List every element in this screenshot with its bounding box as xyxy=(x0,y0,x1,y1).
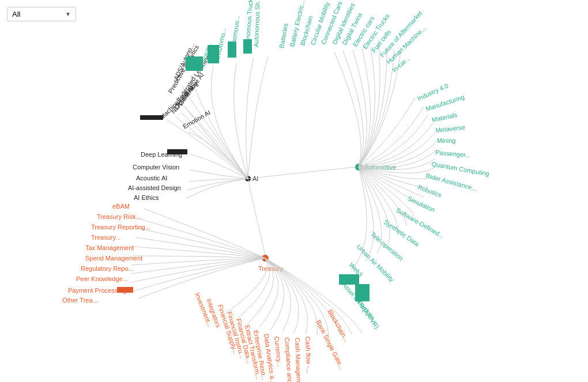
ai-automotive-label: AI Automo... xyxy=(213,27,227,62)
deep-learning-label: Deep Learning xyxy=(141,151,182,158)
robotics-label: Robotics xyxy=(417,184,443,199)
emotion-ai-label: Emotion AI xyxy=(182,109,212,130)
eBAM-label: eBAM xyxy=(112,203,130,210)
ai-ethics-label: AI Ethics xyxy=(134,194,159,201)
ai-assisted-design-label: AI-assisted Design xyxy=(128,184,181,191)
asset-portfolio-bar xyxy=(339,274,359,285)
filter-dropdown[interactable]: All ▼ xyxy=(7,7,76,21)
chevron-down-icon: ▼ xyxy=(65,11,71,17)
currency-label: Currency... xyxy=(273,336,283,367)
xr-arvr-label: XR/(AR/VR) xyxy=(355,298,380,330)
compliance-label: Compliance and... xyxy=(284,337,294,382)
tax-management-label: Tax Management xyxy=(85,244,134,251)
dropdown-label: All xyxy=(12,10,20,18)
dropdown-button[interactable]: All ▼ xyxy=(7,7,76,21)
simulation-label: Simulation xyxy=(406,195,436,214)
metaverse-label: Metaverse xyxy=(435,124,465,134)
treasury-sub-label: Treasury... xyxy=(91,234,120,241)
payment-processing-label: Payment Processing xyxy=(68,287,126,294)
batteries-label: Batteries xyxy=(278,22,289,48)
root-label: AI xyxy=(252,175,258,182)
autonomous-label: Autonomous... xyxy=(228,15,241,56)
radial-tree-chart: .link { fill: none; stroke: #ccc; stroke… xyxy=(0,0,588,382)
treasury-reporting-label: Treasury Reporting... xyxy=(91,224,150,230)
treasury-risk-label: Treasury Risk... xyxy=(97,213,141,220)
quantum-computing-label: Quantum Computing xyxy=(431,160,490,177)
passenger-label: Passenger... xyxy=(435,149,471,158)
autonomous-sh-label: Autonomous Sh... xyxy=(252,0,261,47)
acoustic-ai-label: Acoustic AI xyxy=(136,175,167,181)
cash-flow-label: Cash flow -... xyxy=(304,336,312,374)
other-trea-label: Other Trea... xyxy=(62,297,98,304)
spend-management-label: Spend Management xyxy=(85,255,142,262)
peer-knowledge-label: Peer Knowledge... xyxy=(76,275,128,282)
computer-vision-label: Computer Vision xyxy=(133,164,179,171)
mining-label: Mining xyxy=(437,137,455,144)
xr-arvr-bar xyxy=(355,284,370,301)
cash-management-label: Cash Management... xyxy=(294,338,303,382)
regulatory-label: Regulatory Repo... xyxy=(81,265,134,272)
materials-label: Materials xyxy=(431,111,458,123)
